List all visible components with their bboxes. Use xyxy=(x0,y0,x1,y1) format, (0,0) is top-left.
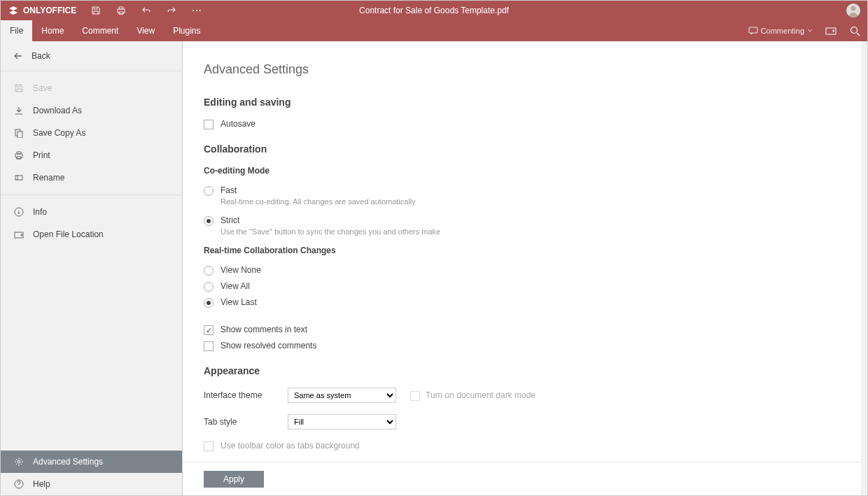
print-label: Print xyxy=(33,150,50,160)
undo-icon[interactable] xyxy=(141,5,152,16)
tabbar: File Home Comment View Plugins Commentin… xyxy=(1,20,867,41)
section-editing-saving: Editing and saving xyxy=(204,97,846,108)
svg-rect-6 xyxy=(15,176,22,180)
sidebar-item-advanced-settings[interactable]: Advanced Settings xyxy=(1,451,182,473)
commenting-mode[interactable]: Commenting xyxy=(748,27,813,35)
print-icon[interactable] xyxy=(115,5,127,16)
download-as-label: Download As xyxy=(33,106,82,115)
more-icon[interactable]: ⋯ xyxy=(191,5,202,16)
comment-icon xyxy=(748,27,758,35)
coediting-strict-label: Strict xyxy=(220,215,239,225)
open-file-location-label: Open File Location xyxy=(33,229,104,239)
autosave-label: Autosave xyxy=(220,119,255,129)
apply-button[interactable]: Apply xyxy=(204,471,264,488)
tab-style-select[interactable]: Fill xyxy=(288,414,396,430)
advanced-settings-label: Advanced Settings xyxy=(33,457,103,467)
interface-theme-select[interactable]: Same as system xyxy=(288,388,396,403)
sidebar-item-info[interactable]: Info xyxy=(1,201,182,223)
gear-icon xyxy=(13,456,24,467)
help-icon xyxy=(13,479,24,490)
print-icon xyxy=(13,150,24,161)
copy-icon xyxy=(13,127,24,139)
toolbar-color-checkbox[interactable] xyxy=(204,441,214,451)
svg-point-0 xyxy=(851,6,856,11)
apply-bar: Apply xyxy=(183,462,867,495)
view-none-radio[interactable] xyxy=(204,266,214,276)
file-menu: Back Save Download As Save Copy As Print… xyxy=(1,41,867,495)
coediting-mode-heading: Co-editing Mode xyxy=(204,166,846,176)
rename-label: Rename xyxy=(33,173,64,183)
view-all-label: View All xyxy=(220,281,250,291)
show-comments-label: Show comments in text xyxy=(220,325,307,334)
settings-panel: Advanced Settings Editing and saving Aut… xyxy=(183,41,867,495)
save-copy-as-label: Save Copy As xyxy=(33,128,85,138)
view-last-radio[interactable] xyxy=(204,298,214,308)
info-icon xyxy=(13,206,24,218)
show-resolved-checkbox[interactable] xyxy=(204,341,214,351)
sidebar-item-download-as[interactable]: Download As xyxy=(1,99,182,122)
app-logo: ONLYOFFICE xyxy=(1,5,83,16)
svg-point-3 xyxy=(850,27,857,33)
show-resolved-label: Show resolved comments xyxy=(220,341,316,350)
save-label: Save xyxy=(33,83,52,93)
toolbar-color-label: Use toolbar color as tabs background xyxy=(220,441,360,451)
view-last-label: View Last xyxy=(220,297,257,307)
file-sidebar: Back Save Download As Save Copy As Print… xyxy=(1,41,183,495)
search-icon[interactable] xyxy=(849,25,860,36)
tab-home[interactable]: Home xyxy=(32,20,73,41)
sidebar-item-print[interactable]: Print xyxy=(1,144,182,166)
sidebar-item-open-file-location[interactable]: Open File Location xyxy=(1,223,182,246)
document-title: Contract for Sale of Goods Template.pdf xyxy=(359,6,509,15)
vertical-scrollbar[interactable] xyxy=(861,41,867,495)
coediting-strict-desc: Use the "Save" button to sync the change… xyxy=(220,227,440,236)
sidebar-item-save-copy-as[interactable]: Save Copy As xyxy=(1,122,182,144)
tab-comment[interactable]: Comment xyxy=(73,20,127,41)
tab-file[interactable]: File xyxy=(1,20,32,41)
section-appearance: Appearance xyxy=(204,365,846,376)
back-button[interactable]: Back xyxy=(1,41,182,71)
coediting-fast-radio[interactable] xyxy=(204,186,214,196)
redo-icon[interactable] xyxy=(166,5,177,16)
download-icon xyxy=(13,105,24,116)
tab-view[interactable]: View xyxy=(127,20,164,41)
dark-mode-checkbox xyxy=(410,391,420,401)
rename-icon xyxy=(13,172,24,183)
view-all-radio[interactable] xyxy=(204,282,214,292)
info-label: Info xyxy=(33,207,47,217)
view-none-label: View None xyxy=(220,265,261,275)
tab-style-label: Tab style xyxy=(204,417,274,427)
svg-point-9 xyxy=(18,460,20,463)
tab-plugins[interactable]: Plugins xyxy=(164,20,209,41)
coediting-fast-desc: Real-time co-editing. All changes are sa… xyxy=(220,197,416,206)
user-avatar[interactable] xyxy=(846,3,860,17)
folder-open-icon xyxy=(13,229,24,240)
back-arrow-icon xyxy=(13,52,23,60)
app-name: ONLYOFFICE xyxy=(23,6,76,15)
autosave-checkbox[interactable] xyxy=(204,120,214,129)
save-icon[interactable] xyxy=(90,5,102,16)
svg-rect-1 xyxy=(749,27,757,33)
open-location-icon[interactable] xyxy=(825,25,836,36)
svg-rect-5 xyxy=(18,132,22,138)
coediting-fast-label: Fast xyxy=(220,185,237,195)
back-label: Back xyxy=(31,51,50,61)
coediting-strict-radio[interactable] xyxy=(204,216,214,226)
sidebar-item-save: Save xyxy=(1,77,182,99)
commenting-label: Commenting xyxy=(761,27,804,35)
rt-changes-heading: Real-time Collaboration Changes xyxy=(204,246,846,255)
titlebar: ONLYOFFICE ⋯ Contract for Sale of Goods … xyxy=(1,1,867,20)
dark-mode-label: Turn on document dark mode xyxy=(426,390,536,400)
logo-icon xyxy=(8,5,19,16)
help-label: Help xyxy=(33,479,50,489)
interface-theme-label: Interface theme xyxy=(204,390,274,400)
sidebar-item-help[interactable]: Help xyxy=(1,473,182,495)
page-title: Advanced Settings xyxy=(204,62,846,77)
section-collaboration: Collaboration xyxy=(204,143,846,155)
chevron-down-icon xyxy=(807,28,813,34)
show-comments-checkbox[interactable] xyxy=(204,325,214,335)
sidebar-item-rename[interactable]: Rename xyxy=(1,166,182,189)
save-icon xyxy=(13,83,24,94)
